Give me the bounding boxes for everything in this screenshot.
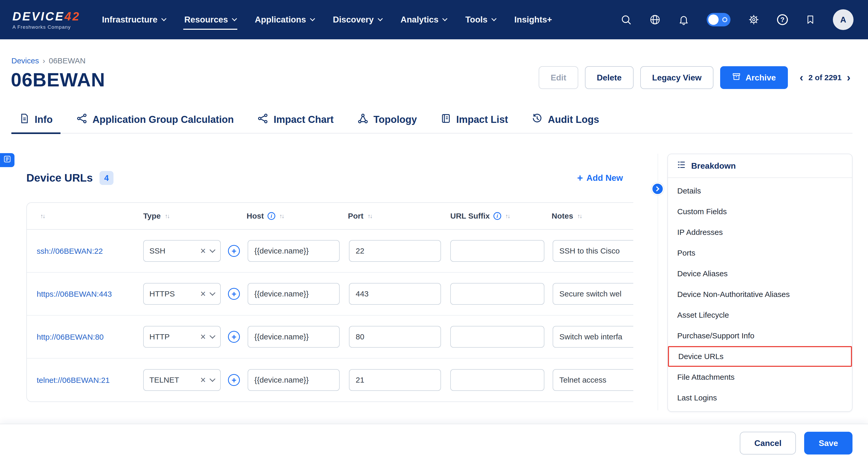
tab-impact-list[interactable]: Impact List [433, 106, 516, 133]
left-panel-toggle[interactable] [0, 153, 14, 167]
breakdown-item-custom-fields[interactable]: Custom Fields [668, 201, 852, 222]
add-type-icon[interactable]: + [228, 331, 240, 343]
column-url[interactable]: ↑↓ [27, 213, 143, 220]
gear-icon[interactable] [748, 14, 760, 25]
url-suffix-input[interactable] [450, 240, 545, 262]
breakdown-list-icon [677, 160, 686, 172]
type-select[interactable]: SSH × [143, 240, 221, 262]
sort-icon: ↑↓ [577, 213, 582, 220]
nav-analytics[interactable]: Analytics [401, 15, 447, 25]
theme-toggle[interactable] [707, 13, 731, 26]
notes-input[interactable] [553, 240, 633, 262]
host-input[interactable] [248, 369, 340, 391]
info-icon[interactable]: i [493, 212, 501, 220]
breakdown-item-asset-lifecycle[interactable]: Asset Lifecycle [668, 305, 852, 325]
breakdown-item-details[interactable]: Details [668, 180, 852, 201]
pager-next-icon[interactable]: › [847, 72, 850, 83]
form-footer: Cancel Save [0, 424, 868, 462]
column-notes[interactable]: Notes↑↓ [552, 211, 633, 221]
legacy-view-button[interactable]: Legacy View [640, 66, 714, 89]
chevron-right-icon [654, 186, 659, 192]
host-input[interactable] [248, 283, 340, 305]
breadcrumb-devices-link[interactable]: Devices [11, 56, 39, 65]
delete-button[interactable]: Delete [585, 66, 633, 89]
edit-button[interactable]: Edit [539, 66, 578, 89]
cancel-button[interactable]: Cancel [740, 432, 796, 455]
url-suffix-input[interactable] [450, 283, 545, 305]
tab-application-group-calculation[interactable]: Application Group Calculation [69, 106, 242, 133]
host-input[interactable] [248, 326, 340, 348]
type-select[interactable]: HTTP × [143, 326, 221, 348]
bell-icon[interactable] [678, 14, 689, 25]
add-new-button[interactable]: + Add New [577, 173, 623, 184]
help-icon[interactable]: ? [777, 14, 788, 25]
port-input[interactable] [349, 240, 441, 262]
chevron-down-icon[interactable] [210, 290, 216, 296]
archive-button[interactable]: Archive [720, 66, 787, 89]
url-suffix-input[interactable] [450, 369, 545, 391]
chevron-down-icon [310, 16, 315, 21]
add-type-icon[interactable]: + [228, 288, 240, 300]
search-icon[interactable] [620, 14, 632, 25]
user-avatar[interactable]: A [833, 9, 854, 30]
chevron-down-icon [161, 16, 166, 21]
port-input[interactable] [349, 369, 441, 391]
bookmark-icon[interactable] [805, 14, 815, 25]
nav-tools[interactable]: Tools [465, 15, 496, 25]
clear-icon[interactable]: × [200, 289, 206, 298]
port-input[interactable] [349, 326, 441, 348]
tab-topology[interactable]: Topology [350, 106, 425, 133]
column-host[interactable]: Hosti↑↓ [247, 211, 348, 221]
globe-icon[interactable] [649, 14, 661, 25]
port-input[interactable] [349, 283, 441, 305]
tab-info[interactable]: Info [11, 106, 61, 133]
breakdown-item-purchase-support-info[interactable]: Purchase/Support Info [668, 325, 852, 346]
history-clock-icon [532, 113, 542, 126]
info-icon[interactable]: i [268, 212, 275, 220]
chevron-down-icon [491, 16, 497, 21]
nav-applications[interactable]: Applications [255, 15, 314, 25]
nav-discovery[interactable]: Discovery [333, 15, 382, 25]
chevron-down-icon[interactable] [210, 333, 216, 339]
clear-icon[interactable]: × [200, 246, 206, 256]
column-port[interactable]: Port↑↓ [348, 211, 449, 221]
breadcrumb-current: 06BEWAN [49, 56, 86, 65]
pager-prev-icon[interactable]: ‹ [800, 72, 803, 83]
column-type[interactable]: Type↑↓ [143, 211, 247, 221]
type-select[interactable]: HTTPS × [143, 283, 221, 305]
add-type-icon[interactable]: + [228, 245, 240, 257]
device-url-link[interactable]: telnet://06BEWAN:21 [37, 376, 110, 384]
tab-impact-chart[interactable]: Impact Chart [250, 106, 341, 133]
url-suffix-input[interactable] [450, 326, 545, 348]
breakdown-item-ports[interactable]: Ports [668, 243, 852, 263]
device-url-link[interactable]: https://06BEWAN:443 [37, 290, 112, 298]
clear-icon[interactable]: × [200, 332, 206, 342]
notes-input[interactable] [553, 326, 633, 348]
column-url-suffix[interactable]: URL Suffixi↑↓ [449, 211, 552, 221]
nav-infrastructure[interactable]: Infrastructure [102, 15, 166, 25]
add-type-icon[interactable]: + [228, 374, 240, 386]
tab-audit-logs[interactable]: Audit Logs [524, 106, 607, 133]
breakdown-panel: Breakdown Details Custom Fields IP Addre… [668, 154, 852, 412]
device-url-link[interactable]: ssh://06BEWAN:22 [37, 247, 103, 255]
sidebar-collapse-button[interactable] [651, 183, 664, 195]
breakdown-item-file-attachments[interactable]: File Attachments [668, 367, 852, 387]
breakdown-item-device-non-authoritative-aliases[interactable]: Device Non-Authoritative Aliases [668, 284, 852, 305]
notes-input[interactable] [553, 283, 633, 305]
notes-input[interactable] [553, 369, 633, 391]
device-url-link[interactable]: http://06BEWAN:80 [37, 333, 104, 341]
chevron-down-icon[interactable] [210, 247, 216, 253]
save-button[interactable]: Save [804, 432, 852, 455]
breakdown-item-last-logins[interactable]: Last Logins [668, 387, 852, 408]
breakdown-item-device-urls[interactable]: Device URLs [668, 346, 852, 367]
nav-insights[interactable]: Insights+ [515, 15, 552, 25]
top-navbar: DEVICE42 A Freshworks Company Infrastruc… [0, 0, 868, 39]
device42-logo[interactable]: DEVICE42 A Freshworks Company [12, 9, 80, 30]
clear-icon[interactable]: × [200, 375, 206, 385]
breakdown-item-ip-addresses[interactable]: IP Addresses [668, 222, 852, 243]
breakdown-item-device-aliases[interactable]: Device Aliases [668, 263, 852, 284]
nav-resources[interactable]: Resources [184, 15, 236, 25]
type-select[interactable]: TELNET × [143, 369, 221, 391]
chevron-down-icon[interactable] [210, 376, 216, 382]
host-input[interactable] [248, 240, 340, 262]
